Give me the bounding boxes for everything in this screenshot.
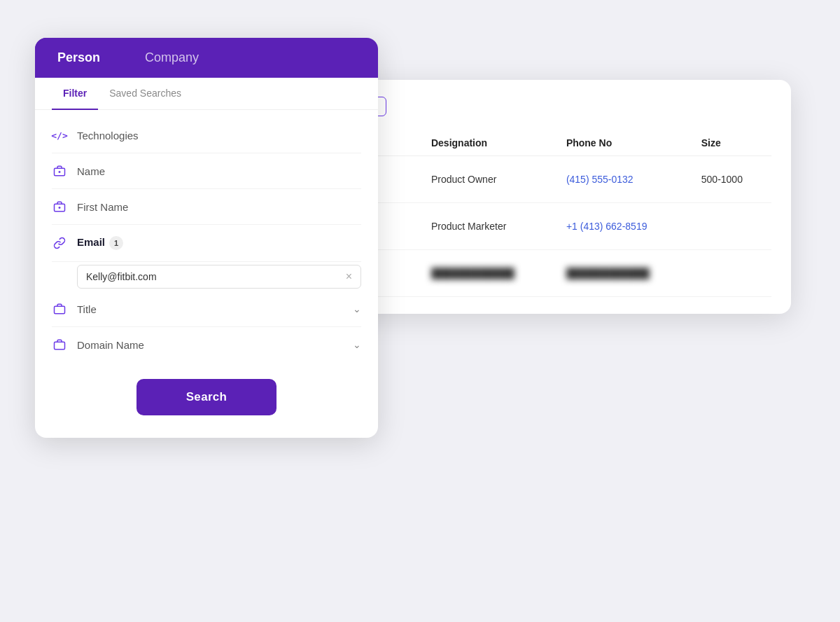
filter-row-domain-name[interactable]: Domain Name ⌄	[52, 327, 361, 362]
designation-cell: ████████████	[423, 250, 558, 297]
tab-company[interactable]: Company	[122, 38, 221, 78]
name-icon	[52, 165, 67, 177]
panel-header: Person Company	[35, 38, 378, 78]
title-label: Title	[77, 303, 343, 315]
filter-row-name[interactable]: Name	[52, 153, 361, 189]
col-header-size: Size	[693, 130, 771, 156]
col-header-designation: Designation	[423, 130, 558, 156]
svg-rect-7	[55, 342, 65, 350]
title-chevron-icon: ⌄	[353, 303, 361, 315]
phone-cell: (415) 555-0132	[558, 156, 693, 203]
domain-icon	[52, 338, 67, 351]
phone-link[interactable]: (415) 555-0132	[566, 174, 634, 185]
tab-person[interactable]: Person	[35, 38, 122, 78]
subtab-saved-searches[interactable]: Saved Searches	[98, 78, 192, 110]
title-icon	[52, 303, 67, 315]
size-cell	[693, 203, 771, 250]
technologies-icon: </>	[52, 130, 67, 141]
filter-row-title[interactable]: Title ⌄	[52, 291, 361, 327]
email-label: Email1	[77, 236, 361, 250]
first-name-label: First Name	[77, 201, 361, 213]
panel-subtabs: Filter Saved Searches	[35, 78, 378, 110]
size-cell	[693, 250, 771, 297]
search-button[interactable]: Search	[136, 379, 276, 415]
designation-cell: Product Marketer	[423, 203, 558, 250]
svg-rect-6	[55, 306, 65, 314]
filter-row-first-name[interactable]: First Name	[52, 189, 361, 225]
technologies-label: Technologies	[77, 130, 361, 141]
domain-chevron-icon: ⌄	[353, 339, 361, 350]
designation-cell: Product Owner	[423, 156, 558, 203]
col-header-phone: Phone No	[558, 130, 693, 156]
domain-name-label: Domain Name	[77, 339, 343, 351]
name-label: Name	[77, 165, 361, 177]
email-input[interactable]	[86, 271, 340, 282]
email-icon	[52, 237, 67, 249]
firstname-icon	[52, 200, 67, 213]
phone-cell: ████████████	[558, 250, 693, 297]
filter-row-technologies[interactable]: </> Technologies	[52, 118, 361, 153]
phone-link[interactable]: +1 (413) 662-8519	[566, 221, 648, 232]
size-cell: 500-1000	[693, 156, 771, 203]
subtab-filter[interactable]: Filter	[52, 78, 98, 110]
filter-row-email[interactable]: Email1	[52, 225, 361, 262]
panel-body: </> Technologies Name First Name	[35, 110, 378, 438]
email-clear-button[interactable]: ×	[346, 271, 352, 282]
email-input-wrap: ×	[77, 265, 361, 289]
filter-panel: Person Company Filter Saved Searches </>…	[35, 38, 378, 438]
phone-cell: +1 (413) 662-8519	[558, 203, 693, 250]
